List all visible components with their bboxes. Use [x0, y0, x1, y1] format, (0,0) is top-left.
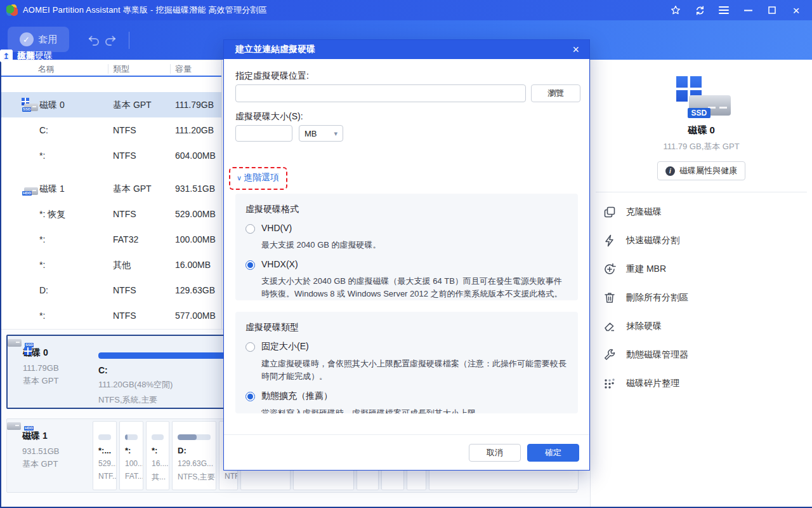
sidebar-item-clone-disk[interactable]: 克隆磁碟	[591, 197, 812, 226]
row-type: 基本 GPT	[113, 100, 152, 111]
info-icon	[665, 166, 675, 176]
table-row[interactable]: 磁碟 1 基本 GPT 931.51GB	[1, 176, 221, 201]
undo-icon[interactable]	[86, 34, 100, 48]
usage-bar	[125, 434, 138, 440]
ssd-disk-icon-large	[671, 76, 732, 118]
maximize-icon[interactable]	[760, 0, 784, 20]
advanced-options-toggle[interactable]: ∨ 進階選項	[237, 172, 279, 184]
vhd-size-input[interactable]	[235, 125, 292, 142]
row-name: 磁碟 0	[39, 100, 65, 111]
apply-button[interactable]: ✓ 套用	[8, 27, 69, 52]
partition-cell[interactable]: *: 100... FAT...	[119, 421, 143, 490]
table-row[interactable]: *: FAT32 100.00MB	[1, 227, 221, 252]
row-type: 其他	[113, 260, 131, 271]
radio-label[interactable]: VHD(V)	[261, 223, 568, 234]
table-row[interactable]: *: NTFS 604.00MB	[1, 143, 221, 168]
usage-bar	[98, 434, 111, 440]
row-type: NTFS	[113, 150, 136, 161]
favorite-icon[interactable]	[664, 0, 688, 20]
row-name: *:	[39, 150, 45, 161]
dialog-close-icon[interactable]: ×	[570, 43, 582, 57]
vhd-location-label: 指定虛擬硬碟位置:	[235, 70, 309, 82]
ok-button[interactable]: 確定	[527, 444, 579, 462]
radio-button[interactable]	[246, 260, 255, 270]
vhd-size-label: 虛擬硬碟大小(S):	[235, 111, 303, 123]
selected-disk-name: 磁碟 0	[591, 124, 812, 137]
column-header-capacity[interactable]: 容量	[175, 64, 192, 75]
row-type: NTFS	[113, 285, 136, 295]
clone-disk-icon	[603, 206, 616, 218]
row-capacity: 577.00MB	[175, 311, 216, 321]
row-name: *:	[39, 260, 45, 270]
sidebar-item-delete-all-partitions[interactable]: 刪除所有分割區	[591, 283, 812, 312]
radio-button[interactable]	[246, 224, 255, 234]
row-capacity: 529.00MB	[175, 209, 216, 219]
quick-partition-icon	[603, 234, 616, 247]
dynamic-disk-icon	[603, 349, 616, 361]
radio-description: 建立虛擬硬碟時，會依照其大小上限配置虛擬硬碟檔案（注意：此操作可能需要較長時間才…	[261, 358, 568, 383]
radio-description: 當資料寫入虛擬硬碟時，虛擬硬碟檔案可成長到其大小上限。	[261, 407, 568, 413]
toolbar-item-vhd[interactable]: ↥虛擬硬碟	[0, 50, 53, 62]
row-name: D:	[39, 285, 48, 295]
table-row[interactable]: C: NTFS 111.20GB	[1, 117, 221, 143]
disk0-info: 磁碟 0 111.79GB 基本 GPT	[8, 336, 91, 408]
radio-label[interactable]: VHDX(X)	[261, 259, 568, 270]
selected-disk-info: 111.79 GB,基本 GPT	[591, 141, 812, 152]
sidebar-item-quick-partition[interactable]: 快速磁碟分割	[591, 226, 812, 255]
redo-icon[interactable]	[104, 34, 118, 48]
header-divider	[108, 64, 108, 74]
radio-button[interactable]	[246, 392, 255, 401]
close-icon[interactable]: ×	[784, 0, 808, 20]
chevron-down-icon: ∨	[237, 174, 242, 182]
radio-label[interactable]: 動態擴充（推薦）	[261, 391, 568, 402]
chevron-down-icon: ▾	[334, 130, 337, 138]
sidebar-item-wipe-disk[interactable]: 抹除硬碟	[591, 312, 812, 340]
column-header-type[interactable]: 類型	[113, 64, 129, 75]
sidebar-item-rebuild-mbr[interactable]: 重建 MBR	[591, 255, 812, 283]
row-name: C:	[39, 125, 48, 135]
partition-cell[interactable]: *:... 529... NTF...	[93, 421, 117, 490]
table-row[interactable]: *: 其他 16.00MB	[1, 252, 221, 277]
radio-label[interactable]: 固定大小(E)	[261, 341, 568, 352]
format-option: VHD(V) 最大支援 2040 GB 的虛擬硬碟。	[246, 223, 568, 251]
radio-description: 最大支援 2040 GB 的虛擬硬碟。	[261, 239, 568, 251]
row-capacity: 129.63GB	[175, 285, 215, 295]
table-row[interactable]: 磁碟 0 基本 GPT 111.79GB	[1, 92, 221, 117]
sidebar-item-dynamic-disk[interactable]: 動態磁碟管理器	[591, 340, 812, 369]
sidebar-item-defrag[interactable]: 磁碟碎片整理	[591, 369, 812, 398]
dialog-titlebar: 建立並連結虛擬硬碟 ×	[224, 40, 589, 59]
table-row[interactable]: *: NTFS 577.00MB	[1, 303, 221, 328]
disk-icon	[20, 98, 39, 112]
disk-table: 名稱 類型 容量 磁碟 0 基本 GPT 111.79GB C: NTFS	[1, 60, 221, 329]
row-capacity: 111.20GB	[175, 125, 214, 135]
delete-all-icon	[603, 291, 616, 304]
browse-button[interactable]: 瀏覽	[531, 84, 580, 102]
vhd-location-input[interactable]	[235, 84, 526, 102]
partition-cell[interactable]: D: 129.63G... NTFS,主要	[172, 421, 216, 490]
row-name: 磁碟 1	[39, 184, 65, 195]
usage-bar	[152, 434, 164, 440]
minimize-icon[interactable]	[736, 0, 760, 20]
sidebar: 磁碟 0 111.79 GB,基本 GPT 磁碟屬性與健康 克隆磁碟 快速磁碟分…	[590, 60, 812, 507]
check-icon: ✓	[20, 32, 34, 46]
row-capacity: 111.79GB	[175, 100, 214, 110]
row-capacity: 931.51GB	[175, 184, 215, 194]
disk1-info: 磁碟 1 931.51GB 基本 GPT	[7, 419, 91, 492]
disk-properties-button[interactable]: 磁碟屬性與健康	[657, 161, 745, 180]
wipe-disk-icon	[603, 320, 616, 333]
table-row[interactable]: D: NTFS 129.63GB	[1, 277, 221, 303]
refresh-icon[interactable]	[688, 0, 712, 20]
partition-cell[interactable]: *: 16.... 其...	[146, 421, 169, 490]
menu-icon[interactable]	[712, 0, 736, 20]
row-capacity: 604.00MB	[175, 150, 216, 161]
row-name: *: 恢复	[39, 209, 65, 220]
radio-button[interactable]	[246, 342, 255, 352]
table-row[interactable]: *: 恢复 NTFS 529.00MB	[1, 201, 221, 227]
column-header-name[interactable]: 名稱	[38, 64, 55, 75]
vhd-format-section: 虛擬硬碟格式 VHD(V) 最大支援 2040 GB 的虛擬硬碟。 VHDX(X…	[235, 194, 578, 300]
format-option: VHDX(X) 支援大小大於 2040 GB 的虛擬磁碟（最大支援 64 TB）…	[246, 259, 568, 300]
size-unit-select[interactable]: MB ▾	[299, 125, 343, 142]
radio-description: 支援大小大於 2040 GB 的虛擬磁碟（最大支援 64 TB）而且可在發生電源…	[261, 275, 568, 300]
cancel-button[interactable]: 取消	[469, 444, 521, 462]
row-name: *:	[39, 234, 45, 244]
